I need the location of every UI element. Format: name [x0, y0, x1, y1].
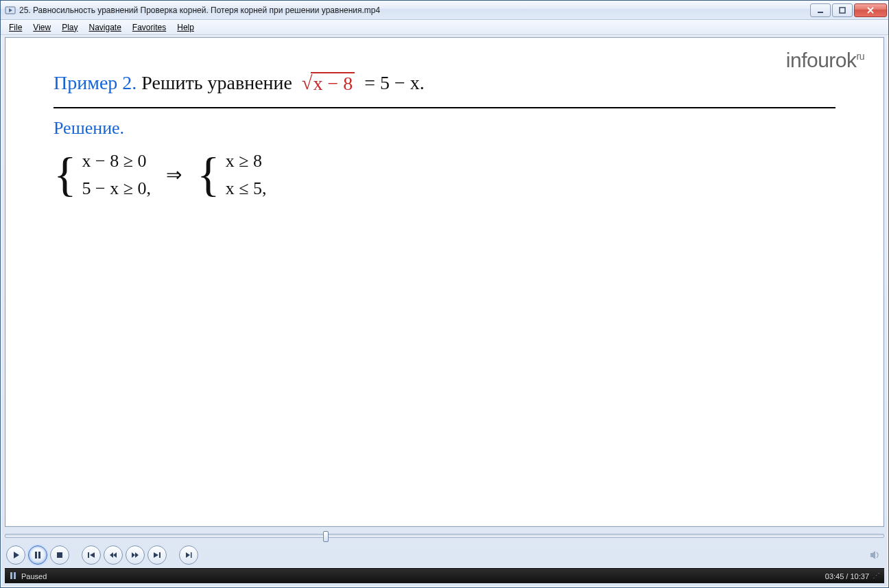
status-text: Paused [21, 572, 47, 580]
time-current: 03:45 [825, 572, 844, 580]
minimize-button[interactable] [810, 3, 831, 17]
svg-rect-22 [14, 572, 16, 579]
svg-rect-10 [88, 552, 89, 558]
brace-icon: { [197, 153, 220, 196]
sys1-line2: 5 − x ≥ 0, [82, 178, 151, 199]
rewind-button[interactable] [104, 545, 123, 565]
svg-rect-17 [159, 552, 161, 558]
implies-arrow: ⇒ [166, 163, 182, 186]
svg-rect-19 [191, 552, 192, 558]
example-heading: Пример 2. Решить уравнение √x − 8 = 5 − … [54, 72, 835, 108]
menu-view[interactable]: View [27, 21, 56, 34]
time-total: 10:37 [850, 572, 869, 580]
status-icon [9, 572, 17, 581]
menubar: File View Play Navigate Favorites Help [1, 20, 888, 35]
seek-thumb[interactable] [323, 531, 329, 542]
close-button[interactable] [854, 3, 887, 17]
svg-rect-8 [38, 552, 40, 558]
stop-button[interactable] [50, 545, 69, 565]
sys2-line1: x ≥ 8 [226, 151, 267, 172]
sys2-line2: x ≤ 5, [226, 178, 267, 199]
svg-rect-3 [840, 8, 845, 13]
svg-marker-13 [113, 552, 117, 558]
sqrt-expression: √x − 8 [302, 72, 355, 95]
window-controls [809, 3, 887, 17]
task-text: Решить уравнение [141, 72, 292, 93]
window-title: 25. Равносильность уравнений Проверка ко… [19, 5, 809, 15]
menu-favorites[interactable]: Favorites [127, 21, 171, 34]
next-track-button[interactable] [147, 545, 167, 565]
svg-rect-21 [10, 572, 12, 579]
example-label: Пример 2. [54, 72, 137, 93]
svg-rect-2 [818, 12, 823, 13]
svg-marker-14 [132, 552, 135, 558]
svg-marker-6 [14, 552, 19, 558]
pause-button[interactable] [28, 545, 47, 565]
app-icon [5, 5, 16, 16]
menu-navigate[interactable]: Navigate [83, 21, 126, 34]
math-block: { x − 8 ≥ 0 5 − x ≥ 0, ⇒ { x ≥ 8 x ≤ 5, [54, 151, 835, 199]
seekbar[interactable] [5, 534, 884, 538]
menu-file[interactable]: File [3, 21, 27, 34]
playback-controls [5, 543, 884, 567]
svg-rect-7 [35, 552, 37, 558]
svg-marker-15 [135, 552, 139, 558]
system-2: { x ≥ 8 x ≤ 5, [197, 151, 266, 199]
time-sep: / [844, 572, 850, 580]
resize-grip[interactable]: ⋰ [869, 572, 880, 580]
play-button[interactable] [6, 545, 25, 565]
seekbar-area [5, 530, 884, 542]
brace-icon: { [54, 153, 77, 196]
prev-track-button[interactable] [82, 545, 101, 565]
svg-rect-9 [57, 552, 62, 558]
svg-marker-18 [186, 552, 190, 558]
step-frame-button[interactable] [179, 545, 198, 565]
app-window: 25. Равносильность уравнений Проверка ко… [0, 0, 889, 588]
svg-marker-16 [154, 552, 158, 558]
system-1: { x − 8 ≥ 0 5 − x ≥ 0, [54, 151, 151, 199]
svg-marker-12 [110, 552, 113, 558]
solution-label: Решение. [54, 118, 835, 139]
volume-icon[interactable] [869, 548, 883, 562]
maximize-button[interactable] [832, 3, 853, 17]
menu-help[interactable]: Help [171, 21, 200, 34]
fast-forward-button[interactable] [126, 545, 145, 565]
svg-marker-20 [870, 551, 875, 559]
video-area[interactable]: infourokru Пример 2. Решить уравнение √x… [5, 37, 884, 527]
slide-content: Пример 2. Решить уравнение √x − 8 = 5 − … [5, 38, 884, 213]
statusbar: Paused 03:45 / 10:37 ⋰ [5, 568, 884, 583]
menu-play[interactable]: Play [56, 21, 83, 34]
titlebar[interactable]: 25. Равносильность уравнений Проверка ко… [1, 1, 888, 20]
sys1-line1: x − 8 ≥ 0 [82, 151, 151, 172]
svg-marker-11 [90, 552, 95, 558]
